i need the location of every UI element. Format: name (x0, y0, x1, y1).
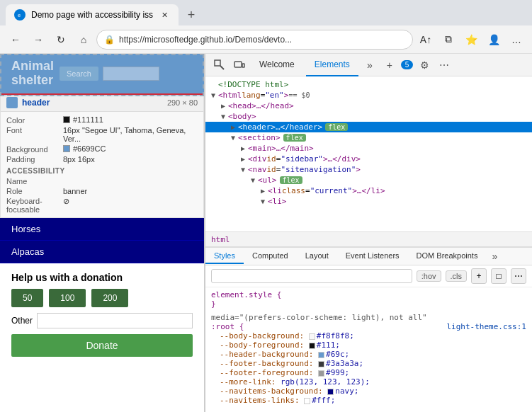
tree-html[interactable]: ▼ <html lang="en" > == $0 (205, 90, 532, 101)
back-btn[interactable]: ← (6, 30, 26, 50)
search-btn[interactable]: Search (60, 67, 98, 81)
tab-bar: e Demo page with accessibility iss ✕ + (0, 0, 532, 25)
main-area: Animal shelter Search header 290 × 80 Co… (0, 54, 532, 412)
nav-item-alpacas[interactable]: Alpacas (0, 241, 204, 263)
address-bar[interactable]: 🔒 https://microsoftedge.github.io/Demos/… (96, 30, 413, 50)
element-style-rule: element.style { } (211, 290, 526, 309)
expand-arrow[interactable]: ▶ (228, 123, 238, 131)
svg-line-3 (220, 66, 224, 69)
expand-arrow[interactable]: ▶ (218, 102, 228, 110)
dom-breakpoints-tab[interactable]: DOM Breakpoints (408, 248, 487, 264)
tree-body[interactable]: ▼ <body> (205, 111, 532, 122)
add-style-btn[interactable]: + (471, 268, 487, 284)
tree-li-current[interactable]: ▶ <li class="current" >…</li> (205, 185, 532, 196)
tree-sidebar-div[interactable]: ▶ <div id="sidebar" >…</div> (205, 154, 532, 164)
computed-tab[interactable]: Computed (244, 248, 297, 264)
forward-btn[interactable]: → (28, 30, 48, 50)
styles-filter-bar: :hov .cls + □ ⋯ (205, 265, 532, 287)
split-screen-btn[interactable]: ⧉ (438, 30, 458, 50)
name-prop: Name (6, 176, 198, 186)
expand-arrow[interactable]: ▼ (218, 113, 228, 120)
more-options-btn[interactable]: ⋯ (436, 57, 453, 74)
css-footer-background: --footer-background: #3a3a3a; (211, 359, 526, 368)
webpage-preview: Animal shelter Search header 290 × 80 Co… (0, 54, 205, 412)
tree-head[interactable]: ▶ <head>…</head> (205, 101, 532, 111)
cls-filter-btn[interactable]: .cls (446, 270, 468, 282)
expand-arrow[interactable]: ▼ (208, 91, 218, 99)
role-prop: Role banner (6, 186, 198, 196)
page-logo: Animal shelter (11, 59, 54, 88)
amount-200-btn[interactable]: 200 (91, 289, 128, 307)
expand-arrow[interactable]: ▼ (248, 176, 258, 184)
settings-devtools-btn[interactable]: ⚙ (416, 57, 433, 74)
inspect-icon-btn[interactable]: □ (491, 268, 506, 284)
home-btn[interactable]: ⌂ (74, 30, 94, 50)
event-listeners-tab[interactable]: Event Listeners (337, 248, 408, 264)
new-tab-devtools-btn[interactable]: + (381, 57, 398, 74)
tab-title: Demo page with accessibility iss (31, 10, 153, 20)
css-more-link: --more-link: rgb(123, 123, 123); (211, 377, 526, 387)
tab-favicon: e (14, 9, 26, 21)
styles-tab[interactable]: Styles (205, 248, 244, 264)
tree-section[interactable]: ▼ <section> flex (205, 132, 532, 143)
active-tab[interactable]: e Demo page with accessibility iss ✕ (6, 4, 179, 25)
tab-close-btn[interactable]: ✕ (159, 9, 170, 21)
lock-icon: 🔒 (104, 35, 115, 45)
tree-header[interactable]: ▶ <header>…</header> flex (205, 122, 532, 132)
nav-item-horses[interactable]: Horses (0, 218, 204, 241)
settings-btn[interactable]: … (506, 30, 526, 50)
tree-li[interactable]: ▼ <li> (205, 196, 532, 207)
inspector-dims: 290 × 80 (167, 98, 198, 107)
color-box (318, 370, 324, 377)
new-tab-btn[interactable]: + (181, 5, 201, 25)
nav-actions: A↑ ⧉ ⭐ 👤 … (416, 30, 526, 50)
expand-arrow[interactable]: ▶ (238, 155, 248, 163)
css-body-background: --body-background: #f8f8f8; (211, 331, 526, 341)
tab-elements[interactable]: Elements (306, 54, 358, 76)
svg-rect-5 (242, 64, 244, 67)
more-tabs-styles-btn[interactable]: » (486, 248, 503, 265)
other-amount-input[interactable] (37, 313, 193, 328)
read-aloud-btn[interactable]: A↑ (416, 30, 436, 50)
keyboard-focusable-icon: ⊘ (63, 197, 69, 206)
inspect-element-btn[interactable] (211, 57, 228, 74)
amount-100-btn[interactable]: 100 (49, 289, 86, 307)
layout-tab[interactable]: Layout (297, 248, 337, 264)
keyboard-prop: Keyboard-focusable ⊘ (6, 196, 198, 214)
inspector-tag: header (22, 98, 50, 108)
hov-filter-btn[interactable]: :hov (417, 270, 441, 282)
more-tabs-btn[interactable]: » (361, 57, 378, 74)
search-input[interactable] (103, 67, 159, 81)
tree-main[interactable]: ▶ <main>…</main> (205, 143, 532, 154)
tree-nav[interactable]: ▼ <nav id="sitenavigation" > (205, 164, 532, 175)
expand-arrow[interactable]: ▶ (258, 187, 268, 195)
color-value: #111111 (63, 115, 103, 124)
expand-arrow[interactable]: ▼ (228, 134, 238, 142)
page-header: Animal shelter Search (0, 54, 204, 93)
tree-doctype[interactable]: <!DOCTYPE html> (205, 79, 532, 90)
expand-arrow[interactable]: ▼ (258, 198, 268, 205)
color-box (309, 333, 315, 340)
issues-badge[interactable]: 5 (401, 60, 414, 69)
css-footer-foreground: --footer-foreground: #999; (211, 368, 526, 377)
breadcrumb-bar: html (205, 231, 532, 247)
donation-amounts: 50 100 200 (11, 289, 193, 307)
other-row: Other (11, 313, 193, 328)
favorites-btn[interactable]: ⭐ (461, 30, 481, 50)
color-swatch (63, 116, 70, 123)
expand-arrow[interactable]: ▼ (238, 166, 248, 173)
flex-badge: flex (325, 123, 348, 131)
tree-ul[interactable]: ▼ <ul> flex (205, 175, 532, 185)
donate-btn[interactable]: Donate (11, 334, 193, 357)
styles-filter-input[interactable] (211, 269, 412, 283)
expand-arrow[interactable]: ▶ (238, 144, 248, 152)
breadcrumb-html[interactable]: html (211, 235, 230, 244)
styles-panel: Styles Computed Layout Event Listeners D… (205, 247, 532, 412)
device-toggle-btn[interactable] (231, 57, 248, 74)
refresh-btn[interactable]: ↻ (51, 30, 71, 50)
css-file-link[interactable]: light-theme.css:1 (446, 322, 526, 331)
profile-btn[interactable]: 👤 (484, 30, 504, 50)
more-style-btn[interactable]: ⋯ (511, 268, 526, 284)
tab-welcome[interactable]: Welcome (251, 54, 303, 76)
amount-50-btn[interactable]: 50 (11, 289, 43, 307)
